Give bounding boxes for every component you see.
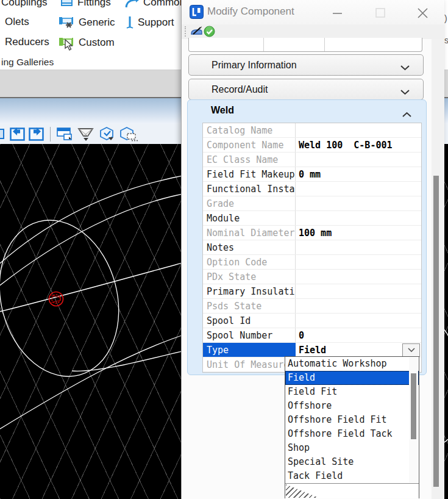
ribbon-button-support[interactable]: Support (126, 15, 174, 30)
view-previous-icon[interactable] (10, 127, 25, 141)
property-value[interactable]: 0 mm (296, 167, 421, 181)
dropdown-option[interactable]: Offshore Field Fit (285, 413, 419, 427)
property-value[interactable] (296, 182, 421, 196)
property-row[interactable]: Field Fit Makeup0 mm (203, 167, 421, 182)
dropdown-option[interactable]: Special Site (285, 455, 419, 469)
property-value[interactable] (296, 153, 421, 167)
ribbon-button-generic[interactable]: Generic (59, 15, 115, 29)
type-combo-button[interactable] (402, 343, 420, 357)
property-label: EC Class Name (203, 153, 296, 167)
dropdown-option[interactable]: Offshore (285, 399, 419, 413)
property-row[interactable]: Nominal Diameter100 mm (203, 226, 421, 240)
property-row[interactable]: Option Code (203, 255, 421, 270)
ribbon-label: Reducers (5, 36, 49, 48)
dialog-scrollbar[interactable] (432, 39, 444, 499)
property-value[interactable] (296, 240, 421, 254)
property-label: Spool Number (203, 328, 296, 342)
property-value-text: Field (299, 345, 326, 356)
view-next-icon[interactable] (29, 127, 44, 141)
property-value[interactable]: 100 mm (296, 226, 421, 240)
property-value[interactable]: Weld 100 C-B-001 (296, 138, 421, 152)
dropdown-option[interactable]: Automatic Workshop (285, 357, 419, 371)
scrolled-partial-row (188, 38, 422, 52)
ribbon-label: Common (143, 0, 185, 9)
dropdown-option[interactable]: Shop (285, 441, 419, 455)
property-label: Notes (203, 240, 296, 254)
minimize-icon[interactable] (332, 7, 343, 18)
property-value-text: 100 mm (299, 228, 332, 239)
dropdown-resize-bar[interactable] (285, 483, 419, 498)
property-value[interactable] (296, 123, 421, 137)
property-row[interactable]: Catalog Name (203, 123, 421, 138)
chevron-down-icon (400, 87, 410, 98)
property-value[interactable] (296, 284, 421, 298)
property-row[interactable]: Grade (203, 196, 421, 211)
property-label: Field Fit Makeup (203, 167, 296, 181)
weld-point-marker (49, 292, 63, 306)
property-row[interactable]: PDx State (203, 270, 421, 284)
property-value-text: 0 (299, 330, 304, 341)
property-value[interactable]: Field (296, 343, 421, 357)
toolbar-grip[interactable] (185, 26, 186, 37)
ribbon-button-reducers[interactable]: Reducers (5, 36, 49, 48)
property-row[interactable]: TypeField (203, 343, 421, 357)
property-row[interactable]: Functional Instance (203, 182, 421, 196)
property-row[interactable]: Component NameWeld 100 C-B-001 (203, 138, 421, 153)
copy-view-icon[interactable] (57, 127, 73, 141)
section-header-weld[interactable]: Weld (188, 100, 426, 121)
property-row[interactable]: Spool Number0 (203, 328, 421, 343)
property-value[interactable] (296, 314, 421, 328)
property-row[interactable]: Primary Insulation (203, 284, 421, 299)
property-value[interactable] (296, 211, 421, 225)
dropdown-scrollbar-thumb[interactable] (411, 373, 416, 439)
ribbon-group-label: ing Galleries (1, 57, 54, 68)
property-value-text: Weld 100 C-B-001 (299, 140, 393, 151)
dialog-titlebar[interactable]: Modify Component (182, 0, 444, 24)
dropdown-option[interactable]: Offshore Field Tack (285, 427, 419, 441)
ribbon-button-couplings[interactable]: Couplings (1, 0, 48, 9)
chevron-down-icon (400, 62, 410, 73)
clip-mask-icon[interactable] (119, 127, 138, 142)
dropdown-resize-grip-icon[interactable] (286, 484, 319, 498)
property-label: Module (203, 211, 296, 225)
display-style-icon[interactable] (77, 127, 95, 142)
property-value[interactable] (296, 255, 421, 269)
property-label: Functional Instance (203, 182, 296, 196)
property-row[interactable]: Notes (203, 240, 421, 255)
property-label: Type (203, 343, 296, 357)
ribbon-label: Fittings (77, 0, 111, 9)
dropdown-scrollbar[interactable] (409, 357, 418, 483)
property-value[interactable] (296, 270, 421, 284)
maximize-icon[interactable] (375, 7, 386, 18)
dropdown-option[interactable]: Field (285, 371, 419, 385)
ribbon-button-olets[interactable]: Olets (5, 16, 29, 28)
window-partial-icon[interactable] (0, 127, 6, 141)
dialog-title: Modify Component (207, 5, 294, 18)
property-row[interactable]: EC Class Name (203, 153, 421, 167)
property-row[interactable]: Spool Id (203, 314, 421, 328)
section-header-primary-information[interactable]: Primary Information (188, 54, 424, 76)
ribbon-button-common[interactable]: Common (124, 0, 185, 9)
property-row[interactable]: Psds State (203, 299, 421, 314)
dialog-scrollbar-thumb[interactable] (433, 176, 439, 487)
property-value[interactable] (296, 196, 421, 210)
close-icon[interactable] (417, 7, 428, 18)
property-value[interactable]: 0 (296, 328, 421, 342)
property-row[interactable]: Module (203, 211, 421, 226)
toolbar-separator (50, 127, 51, 142)
type-dropdown-popup: Automatic WorkshopFieldField FitOffshore… (285, 356, 419, 498)
mouse-cursor-icon (65, 39, 73, 54)
generic-pipe-icon (59, 15, 75, 29)
elbow-arrow-icon (124, 0, 140, 9)
property-label: Psds State (203, 299, 296, 313)
clip-volume-icon[interactable] (99, 127, 116, 142)
support-icon (126, 15, 134, 30)
ribbon-button-fittings[interactable]: Fittings (60, 0, 111, 9)
ribbon-label: Custom (79, 37, 115, 49)
property-label: PDx State (203, 270, 296, 284)
dropdown-option[interactable]: Tack Field (285, 469, 419, 483)
property-value[interactable] (296, 299, 421, 313)
section-header-record-audit[interactable]: Record/Audit (188, 79, 424, 100)
dropdown-option[interactable]: Field Fit (285, 385, 419, 399)
weld-property-grid: Catalog NameComponent NameWeld 100 C-B-0… (202, 123, 422, 373)
